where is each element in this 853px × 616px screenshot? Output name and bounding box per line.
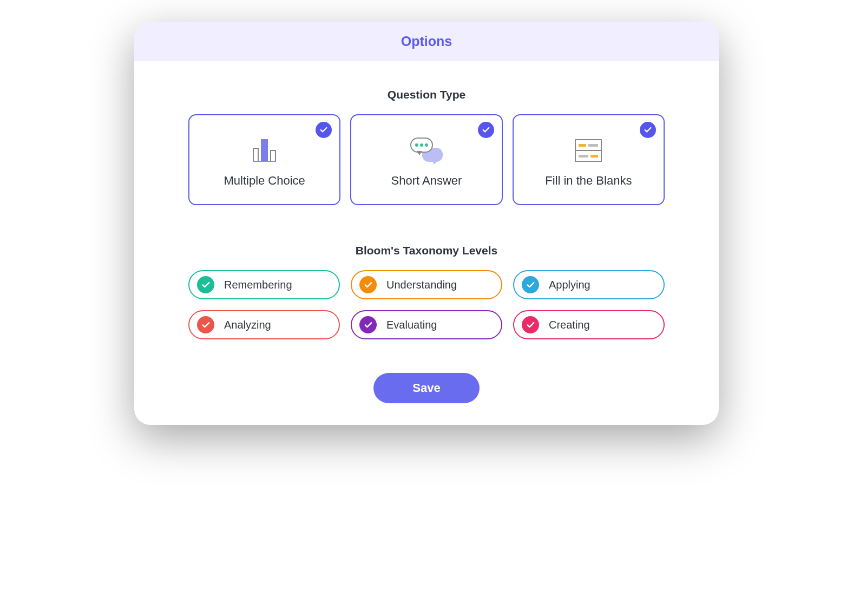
question-type-title: Question Type [188,88,665,101]
form-icon [575,130,602,162]
modal-header: Options [134,22,719,61]
option-label: Short Answer [391,174,462,188]
option-short-answer[interactable]: Short Answer [350,114,502,205]
pill-analyzing[interactable]: Analyzing [188,310,340,339]
pill-label: Understanding [386,279,457,291]
pill-label: Applying [549,279,590,291]
pill-label: Remembering [224,279,292,291]
modal-title: Options [134,34,719,49]
pill-evaluating[interactable]: Evaluating [351,310,502,339]
taxonomy-title: Bloom's Taxonomy Levels [188,244,665,257]
check-icon [478,122,494,138]
pill-label: Evaluating [386,319,437,331]
check-icon [522,316,539,333]
check-icon [359,276,377,293]
chat-bubbles-icon [410,130,443,162]
pill-label: Analyzing [224,319,271,331]
check-icon [197,316,214,333]
question-type-options: Multiple Choice Short An [188,114,665,205]
check-icon [316,122,332,138]
check-icon [522,276,539,293]
check-icon [197,276,214,293]
save-button[interactable]: Save [373,373,479,403]
pill-label: Creating [549,319,590,331]
pill-creating[interactable]: Creating [513,310,665,339]
options-modal: Options Question Type Multiple Choice [134,22,719,425]
option-label: Fill in the Blanks [545,174,632,188]
check-icon [359,316,377,333]
option-label: Multiple Choice [224,174,305,188]
taxonomy-options: Remembering Understanding Applying Analy… [188,270,665,339]
pill-understanding[interactable]: Understanding [351,270,502,299]
check-icon [640,122,656,138]
actions-row: Save [188,373,665,403]
pill-remembering[interactable]: Remembering [188,270,340,299]
modal-body: Question Type Multiple Choice [134,61,719,425]
bar-chart-icon [253,130,276,162]
option-fill-blanks[interactable]: Fill in the Blanks [513,114,665,205]
pill-applying[interactable]: Applying [513,270,665,299]
option-multiple-choice[interactable]: Multiple Choice [188,114,340,205]
